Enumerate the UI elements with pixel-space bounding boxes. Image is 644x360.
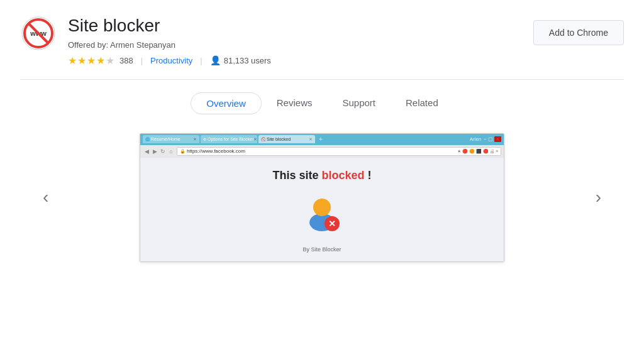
back-btn[interactable]: ◀ xyxy=(143,148,150,155)
address-bar[interactable]: 🔒 https://www.facebook.com ★ 🔴 🟠 ⬛ 🔴 🖨 ≡ xyxy=(177,147,501,156)
addr-icon-3: 🟠 xyxy=(469,149,475,154)
users-icon: 👤 xyxy=(210,55,221,65)
browser-mockup: 🌐 Résumé/Home ✕ ⚙ Options for Site Block… xyxy=(140,133,504,262)
blocked-text-highlight: blocked xyxy=(321,169,364,182)
forward-btn[interactable]: ▶ xyxy=(151,148,158,155)
svg-text:✕: ✕ xyxy=(328,218,336,228)
tabs-bar: Overview Reviews Support Related xyxy=(0,80,644,121)
addr-icon-4: ⬛ xyxy=(476,149,482,154)
browser-tab-3: 🚫 Site blocked ✕ xyxy=(258,135,315,143)
blocked-title: This site blocked ! xyxy=(272,169,371,182)
header-left: www Site blocker Offered by: Armen Stepa… xyxy=(20,15,271,67)
address-icons: ★ 🔴 🟠 ⬛ 🔴 🖨 ≡ xyxy=(457,149,498,154)
browser-nav-buttons: ◀ ▶ ↻ ⌂ xyxy=(143,148,175,155)
svg-point-6 xyxy=(313,199,331,216)
extension-header: www Site blocker Offered by: Armen Stepa… xyxy=(0,0,644,79)
reload-btn[interactable]: ↻ xyxy=(159,148,167,155)
star-5: ★ xyxy=(106,55,114,67)
star-2: ★ xyxy=(77,55,86,67)
rating-count: 388 xyxy=(119,56,133,65)
next-arrow[interactable]: › xyxy=(578,175,619,220)
app-author: Offered by: Armen Stepanyan xyxy=(68,40,271,50)
app-info: Site blocker Offered by: Armen Stepanyan… xyxy=(68,15,271,67)
extension-icon: www xyxy=(20,15,57,52)
addr-icon-5: 🔴 xyxy=(483,149,489,154)
star-rating: ★ ★ ★ ★ ★ xyxy=(68,55,114,67)
blocked-page-content: This site blocked ! ✕ By Site Blocker xyxy=(140,158,504,261)
users-info: 👤 81,133 users xyxy=(210,55,271,65)
star-1: ★ xyxy=(68,55,77,67)
tab-overview[interactable]: Overview xyxy=(191,92,262,114)
add-to-chrome-button[interactable]: Add to Chrome xyxy=(533,20,624,45)
address-text: https://www.facebook.com xyxy=(187,148,245,154)
separator-1: | xyxy=(141,56,143,65)
browser-tab-2: ⚙ Options for Site Blocker ✕ xyxy=(201,135,257,143)
by-site-blocker-label: By Site Blocker xyxy=(303,246,341,253)
category-link[interactable]: Productivity xyxy=(150,56,192,65)
app-meta: ★ ★ ★ ★ ★ 388 | Productivity | 👤 81,133 … xyxy=(68,55,271,67)
browser-tabs-row: 🌐 Résumé/Home ✕ ⚙ Options for Site Block… xyxy=(140,134,504,145)
bookmark-icon: ★ xyxy=(457,149,461,154)
star-3: ★ xyxy=(87,55,96,67)
screenshot-area: ‹ 🌐 Résumé/Home ✕ ⚙ Options for Site Blo… xyxy=(0,121,644,275)
tab-support[interactable]: Support xyxy=(327,92,391,114)
app-title: Site blocker xyxy=(68,15,271,36)
addr-icon-2: 🔴 xyxy=(462,149,468,154)
blocked-text-normal: This site xyxy=(272,169,321,182)
separator-2: | xyxy=(200,56,202,65)
addr-icon-6: 🖨 xyxy=(490,149,494,154)
blocked-exclaim: ! xyxy=(368,169,372,182)
browser-addressbar-row: ◀ ▶ ↻ ⌂ 🔒 https://www.facebook.com ★ 🔴 🟠… xyxy=(140,145,504,158)
prev-arrow[interactable]: ‹ xyxy=(25,175,66,220)
blocked-user-icon: ✕ xyxy=(299,190,345,237)
browser-new-tab-btn[interactable]: + xyxy=(316,135,325,143)
browser-tab-1: 🌐 Résumé/Home ✕ xyxy=(143,135,199,143)
tab-related[interactable]: Related xyxy=(391,92,453,114)
star-4: ★ xyxy=(96,55,105,67)
home-btn[interactable]: ⌂ xyxy=(167,148,175,155)
tab-reviews[interactable]: Reviews xyxy=(262,92,328,114)
addr-icon-7: ≡ xyxy=(496,149,498,154)
users-count: 81,133 users xyxy=(224,56,271,65)
